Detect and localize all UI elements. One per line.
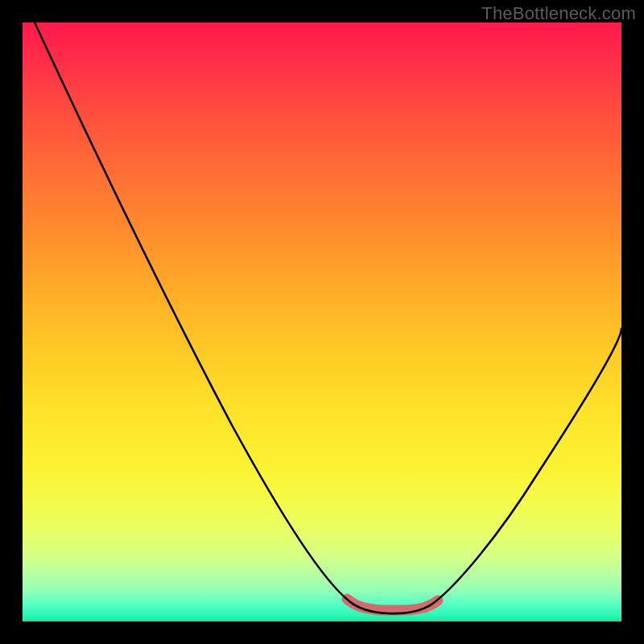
chart-frame: TheBottleneck.com xyxy=(0,0,644,644)
watermark-text: TheBottleneck.com xyxy=(481,3,636,24)
plot-area xyxy=(23,23,621,621)
curve-layer xyxy=(23,23,621,621)
bottleneck-curve-path xyxy=(35,23,621,613)
